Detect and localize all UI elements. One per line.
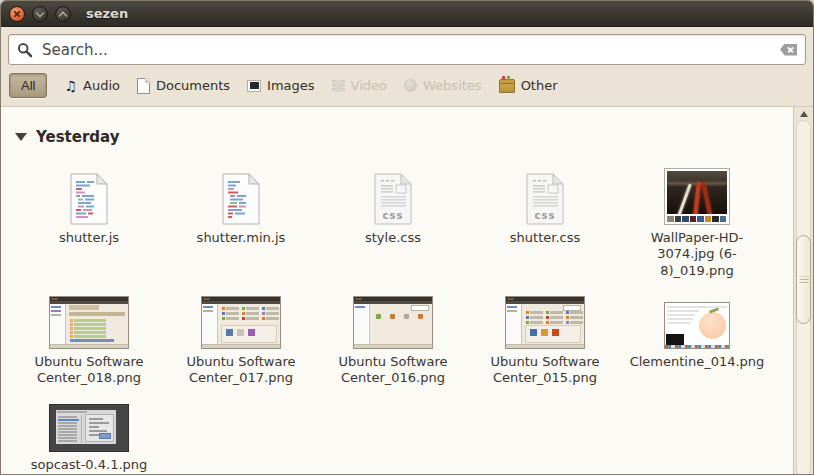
- filter-label: Websites: [423, 78, 482, 93]
- image-icon: [247, 80, 261, 92]
- globe-icon: [404, 79, 417, 92]
- document-icon: [137, 78, 150, 94]
- wallpaper-thumbnail: [664, 168, 730, 225]
- file-name: sopcast-0.4.1.png: [31, 457, 148, 473]
- titlebar: sezen: [1, 1, 813, 27]
- filter-label: Documents: [156, 78, 230, 93]
- file-item-style-css[interactable]: css style.css: [317, 161, 469, 279]
- app-window: sezen All ♫ Audio Documents Images: [0, 0, 814, 475]
- results-area: Yesterday: [1, 106, 813, 475]
- section-header-yesterday[interactable]: Yesterday: [1, 107, 793, 146]
- filter-all-button[interactable]: All: [9, 73, 47, 98]
- vertical-scrollbar[interactable]: [793, 107, 813, 475]
- chevron-up-icon: [59, 11, 67, 19]
- file-name: shutter.css: [510, 230, 580, 246]
- javascript-file-icon: [69, 173, 109, 225]
- scrollbar-thumb[interactable]: [796, 235, 811, 324]
- filter-label: Video: [351, 78, 387, 93]
- music-note-icon: ♫: [64, 79, 77, 93]
- file-item-shutter-js[interactable]: shutter.js: [13, 161, 165, 279]
- file-item-usc-018[interactable]: Ubuntu Software Center_018.png: [13, 293, 165, 387]
- css-file-icon: css: [373, 173, 413, 225]
- file-item-usc-015[interactable]: Ubuntu Software Center_015.png: [469, 293, 621, 387]
- file-grid-row: Ubuntu Software Center_018.png: [13, 293, 793, 387]
- filter-toolbar: All ♫ Audio Documents Images Video Websi…: [1, 68, 813, 106]
- file-name: Ubuntu Software Center_017.png: [172, 354, 310, 387]
- scroll-up-arrow[interactable]: [800, 111, 808, 117]
- file-name: shutter.js: [59, 230, 119, 246]
- results-viewport: Yesterday: [1, 107, 793, 475]
- file-name: Clementine_014.png: [630, 354, 765, 370]
- screenshot-thumbnail: [353, 296, 433, 349]
- file-item-shutter-min-js[interactable]: shutter.min.js: [165, 161, 317, 279]
- file-item-usc-016[interactable]: Ubuntu Software Center_016.png: [317, 293, 469, 387]
- file-name: shutter.min.js: [197, 230, 286, 246]
- css-badge-text: css: [383, 210, 404, 221]
- filmstrip-pages-icon: [667, 216, 727, 222]
- css-badge-text: css: [535, 210, 556, 221]
- filter-images-button[interactable]: Images: [247, 78, 315, 93]
- screenshot-thumbnail: [505, 296, 585, 349]
- minimize-button[interactable]: [32, 6, 48, 22]
- file-item-shutter-css[interactable]: css shutter.css: [469, 161, 621, 279]
- clear-search-icon[interactable]: [780, 44, 797, 56]
- filter-documents-button[interactable]: Documents: [137, 78, 230, 94]
- javascript-file-icon: [221, 173, 261, 225]
- screenshot-thumbnail: [664, 302, 730, 349]
- file-name: WallPaper-HD-3074.jpg (6-8)_019.png: [628, 230, 766, 279]
- file-grid-row: sopcast-0.4.1.png: [13, 402, 793, 473]
- file-name: style.css: [365, 230, 421, 246]
- file-item-wallpaper[interactable]: WallPaper-HD-3074.jpg (6-8)_019.png: [621, 161, 773, 279]
- search-icon: [17, 42, 33, 58]
- filter-label: Other: [521, 78, 558, 93]
- filter-audio-button[interactable]: ♫ Audio: [64, 78, 120, 93]
- search-entry[interactable]: [8, 34, 806, 65]
- screenshot-thumbnail: [49, 404, 129, 452]
- chevron-down-icon: [36, 8, 44, 16]
- search-row: [1, 27, 813, 68]
- search-input[interactable]: [40, 40, 780, 60]
- file-name: Ubuntu Software Center_015.png: [476, 354, 614, 387]
- filter-label: Images: [267, 78, 315, 93]
- window-title: sezen: [86, 6, 128, 21]
- toolbox-icon: [499, 81, 515, 93]
- scrollbar-grip-icon: [799, 276, 808, 283]
- film-icon: [332, 80, 345, 92]
- file-item-usc-017[interactable]: Ubuntu Software Center_017.png: [165, 293, 317, 387]
- screenshot-thumbnail: [49, 296, 129, 349]
- css-file-icon: css: [525, 173, 565, 225]
- filter-other-button[interactable]: Other: [499, 78, 558, 93]
- section-title: Yesterday: [36, 128, 120, 146]
- screenshot-thumbnail: [201, 296, 281, 349]
- close-button[interactable]: [9, 6, 25, 22]
- expander-triangle-icon: [15, 133, 27, 141]
- file-grid-row: shutter.js: [13, 161, 793, 279]
- file-name: Ubuntu Software Center_018.png: [20, 354, 158, 387]
- filter-websites-button: Websites: [404, 78, 482, 93]
- file-item-sopcast[interactable]: sopcast-0.4.1.png: [13, 402, 165, 473]
- filter-video-button: Video: [332, 78, 387, 93]
- maximize-button[interactable]: [55, 6, 71, 22]
- file-name: Ubuntu Software Center_016.png: [324, 354, 462, 387]
- file-item-clementine[interactable]: Clementine_014.png: [621, 293, 773, 387]
- filter-label: Audio: [83, 78, 120, 93]
